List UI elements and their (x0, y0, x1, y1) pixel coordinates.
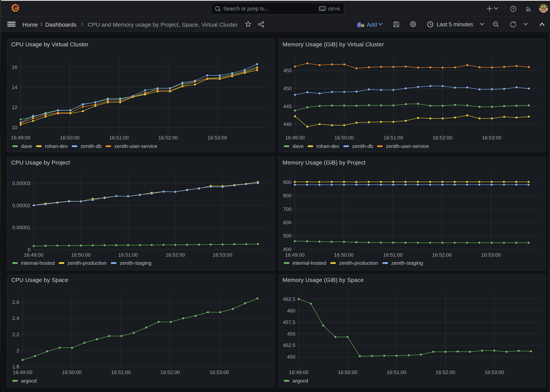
svg-text:internal-hosted: internal-hosted (292, 260, 326, 266)
svg-text:16:49:00: 16:49:00 (13, 369, 32, 375)
svg-text:rohan-dev: rohan-dev (316, 143, 339, 149)
svg-text:argocd: argocd (21, 378, 37, 384)
svg-text:16:53:00: 16:53:00 (209, 369, 229, 375)
svg-text:zenith-user-service: zenith-user-service (386, 143, 429, 149)
svg-text:16:51:00: 16:51:00 (118, 252, 138, 258)
svg-text:800: 800 (283, 193, 291, 198)
svg-text:16:52:00: 16:52:00 (160, 369, 180, 375)
svg-text:16:49:00: 16:49:00 (11, 135, 30, 140)
svg-text:14: 14 (12, 84, 17, 90)
svg-text:16:50:00: 16:50:00 (71, 252, 91, 258)
svg-text:400: 400 (283, 246, 291, 252)
svg-text:2.2: 2.2 (12, 332, 19, 337)
svg-text:16:52:00: 16:52:00 (432, 135, 452, 140)
svg-text:500: 500 (283, 233, 291, 239)
svg-text:16:51:00: 16:51:00 (387, 369, 406, 375)
svg-text:zenith-production: zenith-production (339, 260, 378, 266)
svg-text:450: 450 (287, 354, 295, 360)
svg-text:16:49:00: 16:49:00 (285, 252, 304, 258)
svg-text:16:53:00: 16:53:00 (481, 252, 501, 258)
svg-text:argocd: argocd (292, 378, 308, 384)
svg-text:16:50:00: 16:50:00 (60, 135, 80, 140)
svg-text:10: 10 (12, 124, 17, 130)
svg-text:16:49:00: 16:49:00 (289, 369, 308, 375)
svg-text:0.00002: 0.00002 (12, 203, 30, 208)
svg-text:700: 700 (283, 206, 291, 212)
svg-text:16:53:00: 16:53:00 (213, 252, 232, 258)
svg-text:0: 0 (28, 247, 30, 252)
svg-text:0.00003: 0.00003 (12, 180, 30, 186)
svg-text:?: ? (512, 7, 515, 11)
svg-text:16:51:00: 16:51:00 (111, 369, 131, 375)
svg-text:460: 460 (287, 308, 295, 314)
svg-text:zenith-staging: zenith-staging (391, 260, 423, 266)
svg-text:16:52:00: 16:52:00 (166, 252, 185, 258)
svg-text:dave: dave (21, 143, 32, 149)
svg-text:16:53:00: 16:53:00 (208, 135, 227, 140)
svg-text:445: 445 (283, 103, 292, 109)
svg-text:900: 900 (283, 179, 291, 185)
svg-text:rohan-dev: rohan-dev (45, 143, 68, 149)
svg-text:zenith-user-service: zenith-user-service (114, 143, 157, 149)
svg-text:600: 600 (283, 220, 291, 225)
svg-text:16:50:00: 16:50:00 (334, 252, 353, 258)
svg-text:450: 450 (283, 85, 292, 91)
svg-text:440: 440 (283, 121, 292, 127)
svg-text:zenith-db: zenith-db (352, 143, 373, 149)
svg-text:457.5: 457.5 (283, 319, 295, 325)
svg-text:dave: dave (292, 143, 303, 149)
svg-text:16:50:00: 16:50:00 (338, 369, 357, 375)
svg-text:16:53:00: 16:53:00 (484, 369, 504, 375)
svg-text:16:50:00: 16:50:00 (334, 135, 354, 140)
svg-text:2.4: 2.4 (12, 315, 19, 321)
svg-text:16:49:00: 16:49:00 (285, 135, 305, 140)
svg-text:16:51:00: 16:51:00 (383, 135, 403, 140)
svg-text:455: 455 (283, 67, 292, 73)
svg-text:16:51:00: 16:51:00 (383, 252, 403, 258)
svg-text:zenith-production: zenith-production (68, 260, 107, 266)
svg-text:16: 16 (12, 64, 17, 70)
svg-text:16:49:00: 16:49:00 (24, 252, 43, 258)
svg-text:16:52:00: 16:52:00 (432, 252, 452, 258)
svg-text:2.6: 2.6 (12, 299, 19, 305)
svg-text:16:50:00: 16:50:00 (62, 369, 82, 375)
svg-text:0.00001: 0.00001 (12, 224, 30, 230)
svg-text:16:51:00: 16:51:00 (109, 135, 129, 140)
svg-text:2: 2 (16, 348, 19, 354)
svg-text:1.8: 1.8 (12, 364, 19, 370)
svg-text:462.5: 462.5 (283, 296, 295, 302)
svg-text:12: 12 (12, 104, 17, 110)
svg-text:16:52:00: 16:52:00 (158, 135, 178, 140)
svg-text:16:53:00: 16:53:00 (482, 135, 501, 140)
svg-text:16:52:00: 16:52:00 (435, 369, 455, 375)
svg-text:452.5: 452.5 (283, 342, 295, 348)
svg-text:zenith-db: zenith-db (81, 143, 102, 149)
svg-text:internal-hosted: internal-hosted (21, 260, 55, 266)
svg-text:455: 455 (287, 331, 295, 337)
svg-text:zenith-staging: zenith-staging (120, 260, 151, 266)
